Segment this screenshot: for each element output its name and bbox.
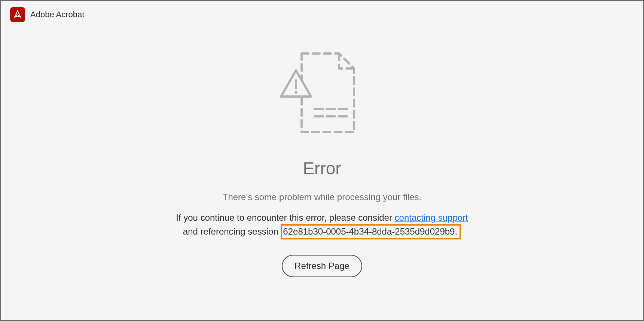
error-heading: Error [303,158,341,178]
app-title: Adobe Acrobat [30,10,84,19]
error-content: Error There's some problem while process… [1,29,643,320]
error-subtext: There's some problem while processing yo… [223,192,421,202]
acrobat-app-icon [10,7,25,22]
error-body-middle: and referencing session [183,226,281,236]
app-window: Adobe Acrobat Error There's some problem… [0,0,644,321]
contact-support-link[interactable]: contacting support [395,213,468,223]
refresh-page-button[interactable]: Refresh Page [282,255,362,277]
svg-point-3 [294,91,297,94]
error-body: If you continue to encounter this error,… [176,211,468,238]
session-id: 62e81b30-0005-4b34-8dda-2535d9d029b9. [283,226,457,236]
document-error-icon [279,50,365,136]
session-id-highlight: 62e81b30-0005-4b34-8dda-2535d9d029b9. [281,224,461,239]
error-body-prefix: If you continue to encounter this error,… [176,213,394,223]
titlebar: Adobe Acrobat [1,1,643,29]
